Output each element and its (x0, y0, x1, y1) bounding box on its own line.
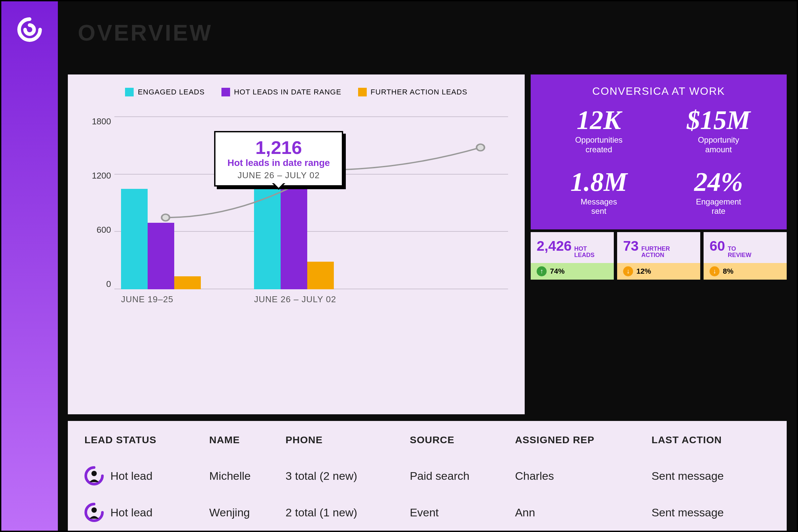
lead-rep: Ann (512, 494, 648, 531)
legend-engaged[interactable]: ENGAGED LEADS (125, 88, 205, 96)
table-header-row: LEAD STATUS NAME PHONE SOURCE ASSIGNED R… (81, 431, 773, 457)
stat-item: $15MOpportunityamount (664, 107, 773, 155)
chart-tooltip: 1,216 Hot leads in date range JUNE 26 – … (214, 131, 343, 187)
legend-hot[interactable]: HOT LEADS IN DATE RANGE (222, 88, 341, 96)
tooltip-value: 1,216 (227, 138, 330, 157)
avatar-icon (84, 503, 104, 522)
delta-value: 12% (636, 267, 651, 276)
table-row[interactable]: Hot leadMichelle3 total (2 new)Paid sear… (81, 457, 773, 494)
lead-source: Paid search (406, 457, 512, 494)
arrow-up-icon: ↑ (537, 266, 547, 276)
lead-status: Hot lead (110, 470, 153, 482)
y-tick: 1200 (84, 171, 111, 181)
lead-phone: 3 total (2 new) (282, 457, 407, 494)
stat-value: 1.8M (544, 169, 654, 195)
stat-label: Messagessent (544, 197, 654, 216)
lead-name: Wenjing (206, 494, 282, 531)
table-row[interactable]: Hot leadWenjing2 total (1 new)EventAnnSe… (81, 494, 773, 531)
col-phone[interactable]: PHONE (282, 431, 407, 457)
stat-item: 24%Engagementrate (664, 169, 773, 216)
swatch-icon (125, 88, 134, 96)
lead-action: Sent message (648, 457, 773, 494)
mini-label: TOREVIEW (728, 246, 752, 258)
arrow-down-icon: ↓ (709, 266, 720, 276)
chart-legend: ENGAGED LEADS HOT LEADS IN DATE RANGE FU… (84, 88, 508, 96)
y-tick: 0 (84, 279, 111, 289)
logo-icon (15, 15, 44, 44)
mini-card[interactable]: 60TOREVIEW↓8% (704, 232, 787, 280)
stat-value: 12K (544, 107, 654, 133)
stat-label: Engagementrate (664, 197, 773, 216)
stat-item: 1.8MMessagessent (544, 169, 654, 216)
svg-point-4 (92, 507, 97, 513)
mini-card[interactable]: 73FURTHERACTION↓12% (617, 232, 700, 280)
bar[interactable] (174, 276, 201, 289)
bar[interactable] (307, 262, 334, 289)
legend-further[interactable]: FURTHER ACTION LEADS (358, 88, 468, 96)
col-lead-status[interactable]: LEAD STATUS (81, 431, 206, 457)
bar[interactable] (281, 184, 307, 289)
stat-value: 24% (664, 169, 773, 195)
bar[interactable] (148, 223, 174, 289)
conversica-stats-card: CONVERSICA AT WORK 12KOpportunitiescreat… (531, 75, 787, 229)
tooltip-label: Hot leads in date range (227, 158, 330, 168)
mini-value: 2,426 (537, 238, 572, 254)
titlebar: OVERVIEW (58, 1, 797, 75)
leads-chart-card: ENGAGED LEADS HOT LEADS IN DATE RANGE FU… (68, 75, 525, 414)
stats-title: CONVERSICA AT WORK (544, 85, 773, 97)
x-label: JUNE 19–25 (121, 294, 214, 305)
lead-status: Hot lead (110, 506, 153, 519)
svg-point-3 (92, 471, 97, 476)
swatch-icon (222, 88, 230, 96)
lead-action: Sent message (648, 494, 773, 531)
col-last-action[interactable]: LAST ACTION (648, 431, 773, 457)
mini-value: 73 (623, 238, 639, 254)
avatar-icon (84, 466, 104, 486)
mini-value: 60 (709, 238, 725, 254)
page-title: OVERVIEW (78, 20, 777, 45)
stat-item: 12KOpportunitiescreated (544, 107, 654, 155)
arrow-down-icon: ↓ (623, 266, 633, 276)
tooltip-range: JUNE 26 – JULY 02 (227, 170, 330, 180)
mini-card[interactable]: 2,426HOTLEADS↑74% (531, 232, 614, 280)
swatch-icon (358, 88, 367, 96)
lead-phone: 2 total (1 new) (282, 494, 407, 531)
lead-name: Michelle (206, 457, 282, 494)
leads-table: LEAD STATUS NAME PHONE SOURCE ASSIGNED R… (68, 421, 787, 531)
bar[interactable] (121, 189, 148, 289)
mini-label: FURTHERACTION (641, 246, 670, 258)
delta-value: 74% (550, 267, 565, 276)
lead-rep: Charles (512, 457, 648, 494)
y-tick: 600 (84, 225, 111, 235)
stat-value: $15M (664, 107, 773, 133)
y-tick: 1800 (84, 116, 111, 127)
lead-source: Event (406, 494, 512, 531)
sidebar (1, 1, 58, 531)
col-assigned-rep[interactable]: ASSIGNED REP (512, 431, 648, 457)
x-label: JUNE 26 – JULY 02 (254, 294, 347, 305)
stat-label: Opportunityamount (664, 135, 773, 155)
bar-group (121, 116, 214, 289)
delta-value: 8% (723, 267, 734, 276)
stat-label: Opportunitiescreated (544, 135, 654, 155)
col-source[interactable]: SOURCE (406, 431, 512, 457)
col-name[interactable]: NAME (206, 431, 282, 457)
mini-label: HOTLEADS (574, 246, 594, 258)
